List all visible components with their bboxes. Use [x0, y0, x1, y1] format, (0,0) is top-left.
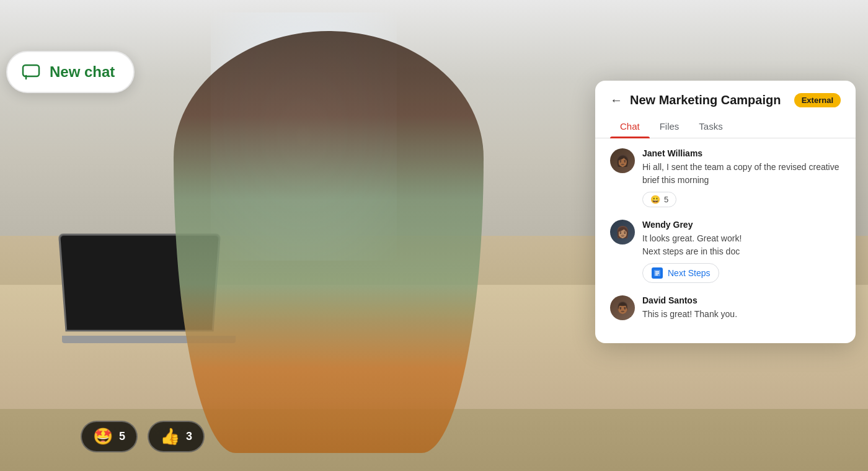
message-text: It looks great. Great work!Next steps ar…: [642, 232, 841, 258]
chat-panel: ← New Marketing Campaign External Chat F…: [595, 81, 856, 343]
message-content: Janet Williams Hi all, I sent the team a…: [642, 148, 841, 207]
thumbs-up-emoji-icon: 👍: [160, 427, 180, 446]
message-sender: David Santos: [642, 295, 841, 305]
tab-files[interactable]: Files: [650, 115, 689, 138]
message-row: 👩🏾 Janet Williams Hi all, I sent the tea…: [610, 148, 841, 207]
chat-header: ← New Marketing Campaign External: [595, 81, 856, 107]
emoji-count-1: 5: [119, 430, 125, 443]
emoji-badge-thumbs[interactable]: 👍 3: [148, 421, 205, 452]
external-badge: External: [794, 93, 841, 107]
message-row: 👨🏾 David Santos This is great! Thank you…: [610, 295, 841, 321]
avatar: 👩🏾: [610, 148, 635, 173]
star-eyes-emoji-icon: 🤩: [93, 427, 113, 446]
emoji-badge-star[interactable]: 🤩 5: [81, 421, 138, 452]
new-chat-label: New chat: [50, 63, 115, 81]
message-content: David Santos This is great! Thank you.: [642, 295, 841, 321]
reaction-pill[interactable]: 😀 5: [642, 192, 676, 207]
chat-tabs: Chat Files Tasks: [595, 115, 856, 138]
tab-tasks[interactable]: Tasks: [689, 115, 732, 138]
new-chat-pill[interactable]: New chat: [6, 51, 135, 93]
svg-rect-0: [23, 65, 39, 76]
doc-icon: [652, 267, 663, 279]
doc-label: Next Steps: [668, 268, 710, 278]
chat-messages: 👩🏾 Janet Williams Hi all, I sent the tea…: [595, 138, 856, 331]
back-arrow-icon[interactable]: ←: [610, 93, 622, 107]
message-text: Hi all, I sent the team a copy of the re…: [642, 161, 841, 187]
message-sender: Wendy Grey: [642, 220, 841, 230]
message-row: 👩🏽 Wendy Grey It looks great. Great work…: [610, 220, 841, 283]
message-text: This is great! Thank you.: [642, 308, 841, 321]
chat-bubble-icon: [21, 62, 41, 82]
doc-pill[interactable]: Next Steps: [642, 263, 719, 283]
avatar: 👩🏽: [610, 220, 635, 244]
person-silhouette: [174, 31, 484, 453]
message-content: Wendy Grey It looks great. Great work!Ne…: [642, 220, 841, 283]
tab-chat[interactable]: Chat: [610, 115, 650, 138]
emoji-count-2: 3: [186, 430, 192, 443]
emoji-badges: 🤩 5 👍 3: [81, 421, 205, 452]
message-sender: Janet Williams: [642, 148, 841, 158]
reaction-emoji: 😀: [650, 195, 660, 204]
avatar: 👨🏾: [610, 295, 635, 320]
reaction-count: 5: [664, 195, 668, 204]
scene: New chat ← New Marketing Campaign Extern…: [0, 0, 868, 471]
chat-title: New Marketing Campaign: [630, 93, 787, 107]
